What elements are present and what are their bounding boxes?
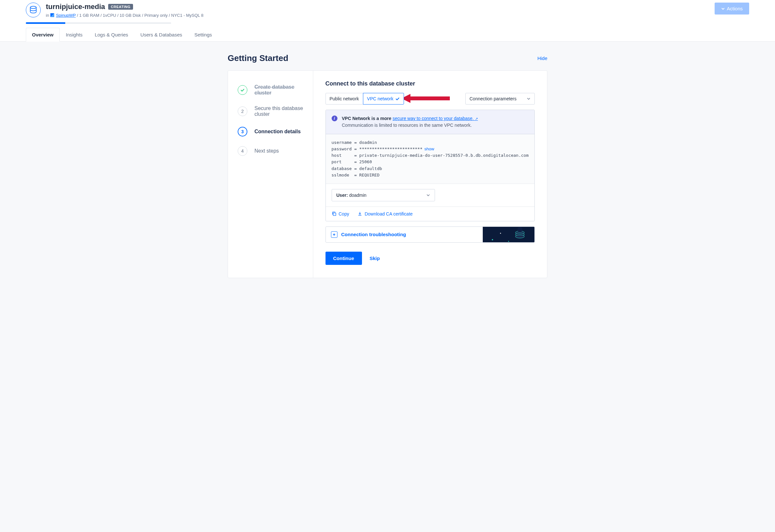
- actions-button[interactable]: Actions: [715, 3, 749, 15]
- svg-point-4: [492, 239, 493, 240]
- skip-link[interactable]: Skip: [370, 256, 380, 261]
- vpc-info-banner: i VPC Network is a more secure way to co…: [326, 110, 535, 134]
- connection-heading: Connect to this database cluster: [326, 80, 535, 87]
- creation-progress: [26, 22, 171, 24]
- vpc-secure-link[interactable]: secure way to connect to your database. …: [393, 116, 478, 121]
- connection-details-pane: Connect to this database cluster Public …: [313, 71, 547, 278]
- getting-started-panel: Create database cluster 2 Secure this da…: [228, 70, 547, 278]
- chevron-down-icon: [527, 97, 530, 101]
- cluster-title: turnipjuice-media: [46, 3, 105, 11]
- svg-point-9: [515, 235, 524, 238]
- decorative-art-icon: [483, 227, 534, 243]
- check-icon: [238, 85, 247, 95]
- user-select[interactable]: User: doadmin: [332, 189, 435, 201]
- project-link[interactable]: SpinupWP: [56, 13, 75, 18]
- connection-parameters-select[interactable]: Connection parameters: [465, 93, 535, 105]
- download-ca-link[interactable]: Download CA certificate: [357, 211, 413, 216]
- tab-logs-queries[interactable]: Logs & Queries: [88, 28, 134, 42]
- tab-users-databases[interactable]: Users & Databases: [134, 28, 188, 42]
- public-network-button[interactable]: Public network: [326, 93, 363, 105]
- svg-point-10: [517, 227, 522, 232]
- project-icon: [50, 13, 54, 17]
- svg-point-6: [508, 241, 509, 242]
- svg-point-0: [30, 6, 36, 8]
- troubleshooting-expander[interactable]: + Connection troubleshooting: [326, 226, 535, 243]
- step-secure-cluster[interactable]: 2 Secure this database cluster: [238, 102, 305, 121]
- tabs: Overview Insights Logs & Queries Users &…: [26, 28, 749, 41]
- vpc-network-button[interactable]: VPC network: [363, 93, 404, 105]
- chevron-down-icon: [721, 7, 725, 11]
- chevron-down-icon: [426, 193, 430, 197]
- copy-link[interactable]: Copy: [332, 211, 349, 216]
- download-icon: [357, 211, 362, 216]
- hide-link[interactable]: Hide: [537, 55, 547, 61]
- continue-button[interactable]: Continue: [326, 252, 362, 265]
- step-connection-details[interactable]: 3 Connection details: [238, 123, 305, 140]
- info-icon: i: [332, 115, 337, 121]
- step-create-cluster[interactable]: Create database cluster: [238, 80, 305, 100]
- annotation-arrow-icon: [401, 92, 453, 105]
- breadcrumb: in SpinupWP / 1 GB RAM / 1vCPU / 10 GB D…: [46, 13, 710, 18]
- svg-rect-3: [483, 227, 534, 243]
- page-title: Getting Started: [228, 53, 288, 63]
- network-toggle: Public network VPC network: [326, 93, 404, 105]
- connection-details: username = doadmin password = **********…: [326, 134, 535, 184]
- tab-overview[interactable]: Overview: [26, 28, 60, 42]
- check-icon: [395, 96, 400, 101]
- svg-marker-1: [401, 94, 450, 103]
- copy-icon: [332, 211, 337, 216]
- connection-info-box: i VPC Network is a more secure way to co…: [326, 110, 535, 221]
- tab-insights[interactable]: Insights: [60, 28, 89, 42]
- steps-sidebar: Create database cluster 2 Secure this da…: [228, 71, 313, 278]
- tab-settings[interactable]: Settings: [188, 28, 218, 42]
- svg-rect-2: [333, 213, 336, 216]
- svg-point-5: [500, 233, 501, 234]
- plus-icon: +: [331, 231, 337, 238]
- external-link-icon: ↗: [475, 117, 478, 121]
- page-header: turnipjuice-media CREATING in SpinupWP /…: [0, 0, 775, 42]
- step-next-steps[interactable]: 4 Next steps: [238, 142, 305, 160]
- show-password-link[interactable]: show: [424, 146, 434, 151]
- database-icon: [26, 3, 41, 17]
- status-badge: CREATING: [108, 4, 133, 10]
